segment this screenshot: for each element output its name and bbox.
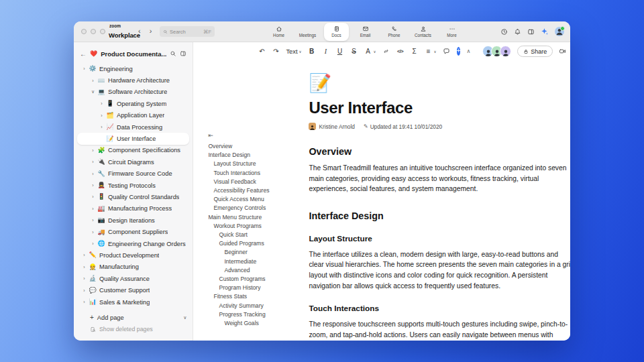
tree-chevron-icon[interactable]: ›: [80, 66, 88, 71]
toc-item-fitness-stats[interactable]: Fitness Stats: [207, 292, 307, 301]
sidebar-item-component-suppliers[interactable]: ›🚚Component Suppliers: [74, 226, 193, 237]
back-chevron-icon[interactable]: ‹: [138, 27, 141, 35]
bold-button[interactable]: B: [308, 46, 316, 57]
toc-item-emergency-controls[interactable]: Emergency Controls: [207, 204, 307, 213]
sidebar-item-product-development[interactable]: ›✏️Product Development: [74, 249, 193, 261]
chevron-down-icon[interactable]: ∨: [183, 315, 186, 320]
tree-chevron-icon[interactable]: ›: [89, 241, 97, 246]
close-window-button[interactable]: [81, 29, 87, 34]
sidebar-collapse-icon[interactable]: [180, 50, 186, 57]
sidebar-item-customer-support[interactable]: ›💬Customer Support: [74, 284, 193, 296]
tree-chevron-icon[interactable]: ›: [89, 218, 97, 223]
toc-item-guided-programs[interactable]: Guided Programs: [207, 239, 307, 248]
sidebar-item-firmware-source-code[interactable]: ›🔧Firmware Source Code: [74, 168, 193, 180]
toc-item-layout-structure[interactable]: Layout Structure: [207, 160, 307, 168]
tab-email[interactable]: Email: [353, 21, 378, 42]
clock-icon[interactable]: [500, 28, 508, 36]
tree-chevron-icon[interactable]: ›: [89, 183, 97, 188]
user-avatar[interactable]: [555, 27, 564, 36]
sidebar-item-hardware-architecture[interactable]: ›⌨️Hardware Architecture: [74, 74, 193, 86]
sidebar-item-operating-system[interactable]: ›📱Operating System: [74, 98, 193, 109]
doc-title[interactable]: User Interface: [309, 99, 570, 117]
toc-item-quick-access-menu[interactable]: Quick Access Menu: [207, 195, 307, 204]
notifications-bell-icon[interactable]: [514, 28, 521, 36]
undo-button[interactable]: ↶: [258, 46, 266, 57]
code-block-icon[interactable]: </>: [396, 46, 405, 57]
show-deleted-pages-button[interactable]: Show deleted pages: [74, 324, 193, 335]
tab-docs[interactable]: Docs: [324, 23, 349, 41]
tree-chevron-icon[interactable]: ›: [80, 300, 88, 304]
sidebar-back-arrow-icon[interactable]: ←: [80, 50, 87, 58]
text-style-dropdown[interactable]: Text ∨: [286, 48, 301, 55]
tree-chevron-icon[interactable]: ›: [89, 78, 97, 83]
sidebar-item-quality-control-standards[interactable]: ›🚦Quality Control Standards: [74, 191, 193, 202]
tree-chevron-icon[interactable]: ›: [80, 288, 88, 293]
collaborator-avatar[interactable]: [500, 46, 511, 57]
insert-link-icon[interactable]: [382, 46, 390, 57]
toc-item-workout-programs[interactable]: Workout Programs: [207, 222, 307, 231]
sidebar-item-data-processing[interactable]: ›📈Data Processing: [74, 121, 193, 133]
zoom-window-button[interactable]: [100, 29, 105, 34]
list-align-dropdown[interactable]: ≡ ∨: [425, 46, 437, 57]
toc-item-interface-design[interactable]: Interface Design: [207, 151, 307, 160]
tree-chevron-icon[interactable]: ›: [89, 194, 97, 199]
tab-contacts[interactable]: Contacts: [411, 21, 435, 42]
sidebar-item-software-architecture[interactable]: ∨💻Software Architecture: [74, 86, 193, 98]
redo-button[interactable]: ↷: [272, 46, 280, 57]
toc-item-program-history[interactable]: Program History: [207, 284, 307, 292]
tree-chevron-icon[interactable]: ›: [89, 148, 97, 153]
sidebar-search-icon[interactable]: [170, 50, 176, 57]
toc-item-touch-interactions[interactable]: Touch Interactions: [207, 169, 307, 178]
sidebar-item-component-specifications[interactable]: ›🧩Component Specifications: [74, 145, 193, 156]
tab-home[interactable]: Home: [266, 21, 291, 42]
sidebar-item-testing-protocols[interactable]: ›💂Testing Protocols: [74, 180, 193, 191]
tab-phone[interactable]: Phone: [382, 21, 407, 42]
tree-chevron-icon[interactable]: ›: [89, 206, 97, 211]
sidebar-item-design-iterations[interactable]: ›📷Design Iterations: [74, 215, 193, 226]
workspace-title[interactable]: Product Documenta...: [101, 50, 166, 58]
underline-button[interactable]: U: [336, 46, 344, 57]
toc-item-visual-feedback[interactable]: Visual Feedback: [207, 178, 307, 186]
side-panel-toggle-icon[interactable]: [527, 28, 535, 36]
toc-item-weight-goals[interactable]: Weight Goals: [207, 319, 307, 328]
tab-more[interactable]: More: [439, 21, 464, 42]
comment-icon[interactable]: [443, 46, 451, 57]
tab-meetings[interactable]: undefinedMeetings: [295, 21, 320, 42]
sidebar-item-engineering-change-orders[interactable]: ›🌐Engineering Change Orders: [74, 238, 193, 249]
toc-item-custom-programs[interactable]: Custom Programs: [207, 275, 307, 284]
sidebar-item-circuit-diagrams[interactable]: ›🔌Circuit Diagrams: [74, 156, 193, 168]
toc-collapse-icon[interactable]: ⇤: [208, 132, 307, 139]
toc-item-progress-tracking[interactable]: Progress Tracking: [207, 310, 307, 319]
tree-chevron-icon[interactable]: ›: [80, 276, 88, 281]
sidebar-item-quality-assurance[interactable]: ›🔬Quality Assurance: [74, 273, 193, 284]
tree-chevron-icon[interactable]: ›: [80, 253, 88, 257]
toc-item-activity-summary[interactable]: Activity Summary: [207, 302, 307, 310]
minimize-window-button[interactable]: [91, 29, 96, 34]
sidebar-item-manufacturing-process[interactable]: ›🏭Manufacturing Process: [74, 203, 193, 215]
collapse-toolbar-icon[interactable]: ∧: [466, 48, 470, 54]
tree-chevron-icon[interactable]: ›: [98, 113, 105, 118]
sidebar-item-sales-marketing[interactable]: ›📊Sales & Marketing: [74, 296, 193, 308]
toc-item-main-menu-structure[interactable]: Main Menu Structure: [207, 213, 307, 222]
insert-block-button[interactable]: +: [457, 47, 461, 56]
italic-button[interactable]: I: [322, 46, 330, 57]
video-camera-icon[interactable]: [559, 48, 566, 55]
sidebar-item-application-layer[interactable]: ›🗂️Application Layer: [74, 110, 193, 121]
global-search-input[interactable]: Search ⌘F: [160, 26, 215, 37]
sidebar-item-manufacturing[interactable]: ›👷Manufacturing: [74, 261, 193, 273]
tree-chevron-icon[interactable]: ∨: [89, 89, 97, 95]
share-button[interactable]: Share: [517, 46, 553, 57]
toc-item-intermediate[interactable]: Intermediate: [207, 257, 307, 266]
formula-icon[interactable]: Σ: [411, 46, 419, 57]
sidebar-item-user-interface[interactable]: 📝User Interface: [77, 133, 189, 144]
toc-item-overview[interactable]: Overview: [207, 142, 307, 151]
ai-companion-sparkle-icon[interactable]: [541, 27, 549, 36]
tree-chevron-icon[interactable]: ›: [98, 125, 105, 129]
collaborator-avatars[interactable]: [482, 46, 511, 57]
tree-chevron-icon[interactable]: ›: [89, 160, 97, 164]
toc-item-beginner[interactable]: Beginner: [207, 248, 307, 257]
tree-chevron-icon[interactable]: ›: [89, 230, 97, 235]
toc-item-accessibility-features[interactable]: Accessibility Features: [207, 186, 307, 195]
text-color-dropdown[interactable]: A ∨: [364, 46, 376, 57]
sidebar-item-engineering[interactable]: ›⚙️Engineering: [74, 63, 193, 74]
